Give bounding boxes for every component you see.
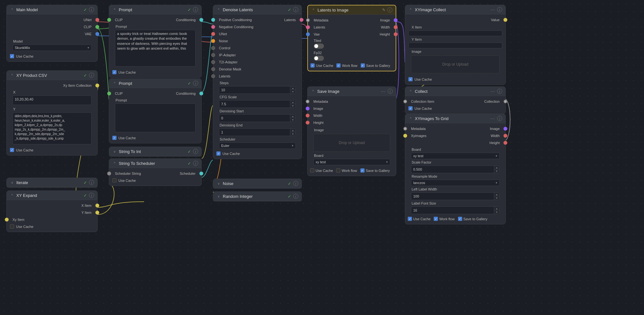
clip-port[interactable] bbox=[95, 25, 99, 29]
cfg-input-wrapper[interactable]: ▲ ▼ bbox=[219, 100, 296, 108]
use-cache-checkbox[interactable] bbox=[112, 178, 117, 182]
xyimages-in-port[interactable] bbox=[403, 134, 407, 138]
vae-port[interactable] bbox=[95, 32, 99, 36]
use-cache-checkbox[interactable]: ✓ bbox=[112, 70, 117, 74]
scheduler-string-in-port[interactable] bbox=[107, 172, 111, 175]
use-cache-checkbox[interactable]: ✓ bbox=[216, 151, 221, 156]
resample-select[interactable]: lanczos bbox=[411, 180, 500, 186]
prompt-textarea[interactable] bbox=[115, 103, 196, 132]
x-item-input[interactable] bbox=[408, 30, 502, 36]
ll-up[interactable]: ▲ bbox=[494, 193, 499, 196]
fp32-toggle[interactable] bbox=[314, 56, 324, 61]
metadata-in-port[interactable] bbox=[306, 18, 310, 22]
board-select3[interactable]: xy test bbox=[411, 153, 500, 159]
collapse-btn[interactable]: v bbox=[216, 194, 221, 198]
use-cache-checkbox[interactable]: ✓ bbox=[310, 63, 315, 68]
conditioning-port[interactable] bbox=[199, 18, 203, 22]
font-size-spinners[interactable]: ▲ ▼ bbox=[494, 207, 499, 214]
info-icon[interactable]: i bbox=[193, 149, 198, 154]
noise-in-port[interactable] bbox=[211, 39, 215, 43]
collapse-btn[interactable]: v bbox=[216, 181, 221, 186]
save-gallery-checkbox3[interactable]: ✓ bbox=[458, 217, 462, 221]
height-out3-port[interactable] bbox=[503, 141, 507, 145]
xy-collection-port[interactable] bbox=[95, 84, 99, 87]
use-cache-checkbox[interactable]: ✓ bbox=[408, 106, 413, 110]
scheduler-select-wrapper[interactable]: Euler bbox=[219, 142, 296, 149]
steps-down[interactable]: ▼ bbox=[290, 90, 295, 93]
width-in-port[interactable] bbox=[306, 114, 310, 117]
value-out-port[interactable] bbox=[503, 18, 507, 22]
xy-item-in-port[interactable] bbox=[5, 218, 9, 222]
image-out3-port[interactable] bbox=[503, 127, 507, 131]
use-cache-checkbox[interactable]: ✓ bbox=[112, 136, 117, 140]
collapse-btn[interactable]: v bbox=[112, 149, 117, 154]
collapse-btn[interactable]: ^ bbox=[112, 7, 117, 12]
collapse-btn[interactable]: ^ bbox=[10, 73, 14, 77]
use-cache-checkbox[interactable]: ✓ bbox=[408, 77, 413, 81]
collapse-btn[interactable]: ^ bbox=[408, 116, 413, 121]
collection-item-port[interactable] bbox=[403, 100, 407, 103]
scheduler-select[interactable]: Euler bbox=[219, 142, 296, 149]
control-in-port[interactable] bbox=[211, 46, 215, 50]
font-size-input[interactable] bbox=[411, 207, 494, 213]
scale-factor-wrapper[interactable]: ▲ ▼ bbox=[411, 166, 500, 173]
info-icon[interactable]: i bbox=[193, 7, 198, 12]
clip-in-port[interactable] bbox=[107, 92, 111, 95]
left-label-input[interactable] bbox=[411, 193, 494, 199]
conditioning-port[interactable] bbox=[199, 92, 203, 95]
info-icon[interactable]: i bbox=[497, 89, 502, 94]
de-down[interactable]: ▼ bbox=[290, 132, 295, 136]
fs-up[interactable]: ▲ bbox=[494, 207, 499, 210]
use-cache-checkbox3[interactable]: ✓ bbox=[408, 217, 412, 221]
model-select[interactable]: SkunkMix bbox=[12, 44, 92, 51]
denoise-start-spinners[interactable]: ▲ ▼ bbox=[290, 115, 295, 122]
ds-up[interactable]: ▲ bbox=[290, 115, 295, 118]
workflow-checkbox[interactable]: ✓ bbox=[336, 63, 341, 68]
info-icon[interactable]: i bbox=[193, 161, 198, 166]
steps-input-wrapper[interactable]: ▲ ▼ bbox=[219, 86, 296, 94]
denoise-start-wrapper[interactable]: ▲ ▼ bbox=[219, 114, 296, 122]
metadata-in3-port[interactable] bbox=[403, 127, 407, 131]
x-textarea[interactable]: 10,20,30,40 bbox=[12, 95, 92, 105]
steps-input[interactable] bbox=[219, 87, 290, 93]
t2i-adapter-port[interactable] bbox=[211, 60, 215, 64]
info-icon[interactable]: i bbox=[89, 193, 94, 198]
info-icon[interactable]: i bbox=[388, 89, 393, 94]
vae-in2-port[interactable] bbox=[306, 32, 310, 36]
image-out-port[interactable] bbox=[394, 18, 398, 22]
collapse-btn[interactable]: ^ bbox=[311, 8, 316, 12]
use-cache-checkbox[interactable] bbox=[10, 224, 14, 229]
height-out-port[interactable] bbox=[394, 32, 398, 36]
cfg-input[interactable] bbox=[219, 101, 290, 107]
collapse-btn[interactable]: ^ bbox=[10, 7, 14, 12]
scale-down[interactable]: ▼ bbox=[494, 169, 499, 173]
drop-upload-area[interactable]: Drop or Upload bbox=[313, 134, 390, 152]
collapse-btn[interactable]: ^ bbox=[408, 89, 413, 93]
info-icon[interactable]: i bbox=[293, 194, 298, 199]
latents-in2-port[interactable] bbox=[306, 25, 310, 29]
left-label-wrapper[interactable]: ▲ ▼ bbox=[411, 192, 500, 200]
use-cache-checkbox[interactable]: ✓ bbox=[10, 148, 14, 152]
scale-spinners[interactable]: ▲ ▼ bbox=[494, 166, 499, 173]
y-textarea[interactable]: ddim,ddpm,deis,lms,lms_k,pndm, heun,heun… bbox=[12, 112, 92, 144]
board-select[interactable]: xy test bbox=[313, 159, 390, 165]
ds-down[interactable]: ▼ bbox=[290, 118, 295, 122]
width-out-port[interactable] bbox=[394, 25, 398, 29]
collapse-btn[interactable]: ^ bbox=[112, 81, 117, 85]
scale-up[interactable]: ▲ bbox=[494, 166, 499, 169]
info-icon[interactable]: i bbox=[387, 7, 392, 12]
denoise-end-spinners[interactable]: ▲ ▼ bbox=[290, 129, 295, 136]
y-item-input[interactable] bbox=[408, 43, 502, 48]
info-icon[interactable]: i bbox=[293, 181, 298, 186]
cfg-spinners[interactable]: ▲ ▼ bbox=[290, 101, 295, 108]
font-size-wrapper[interactable]: ▲ ▼ bbox=[411, 206, 500, 214]
collection-out-port[interactable] bbox=[503, 100, 507, 103]
resample-select-wrapper[interactable]: lanczos bbox=[411, 180, 500, 186]
info-icon[interactable]: i bbox=[89, 180, 94, 185]
collapse-btn[interactable]: v bbox=[10, 180, 14, 185]
workflow-checkbox3[interactable]: ✓ bbox=[434, 217, 438, 221]
use-cache-checkbox[interactable]: ✓ bbox=[10, 54, 14, 58]
ll-down[interactable]: ▼ bbox=[494, 196, 499, 200]
y-item-port[interactable] bbox=[95, 211, 99, 214]
collapse-btn[interactable]: ^ bbox=[408, 7, 413, 12]
